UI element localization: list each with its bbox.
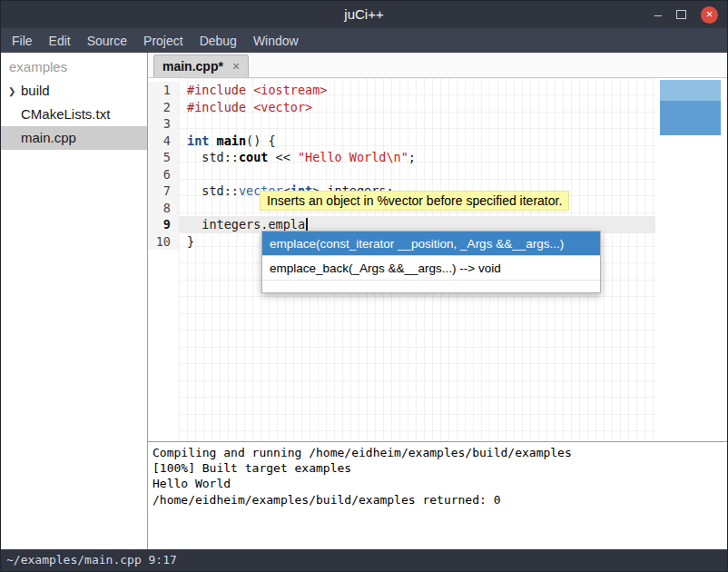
code-line-content: [179, 115, 655, 133]
code-token: <vector>: [253, 100, 312, 114]
code-token: <<: [268, 150, 298, 164]
jucipp-window: juCi++ – × FileEditSourceProjectDebugWin…: [0, 0, 728, 572]
chevron-right-icon: ❯: [8, 80, 15, 104]
code-area[interactable]: 1#include <iostream>2#include <vector>34…: [148, 82, 727, 250]
completion-item[interactable]: emplace_back(_Args &&__args...) --> void: [262, 256, 600, 281]
code-line[interactable]: 2#include <vector>: [148, 99, 655, 116]
menu-item-edit[interactable]: Edit: [41, 30, 79, 52]
output-panel: Compiling and running /home/eidheim/exam…: [148, 442, 727, 549]
minimize-icon[interactable]: –: [654, 6, 662, 23]
code-token: #include: [187, 83, 246, 97]
tabbar: main.cpp* ×: [148, 53, 727, 78]
sidebar-item-main-cpp[interactable]: main.cpp: [1, 126, 147, 150]
line-number: 5: [148, 149, 179, 166]
menubar: FileEditSourceProjectDebugWindow: [1, 28, 727, 53]
code-line-content: #include <iostream>: [179, 82, 655, 99]
completion-popup: emplace(const_iterator __position, _Args…: [261, 231, 601, 293]
line-number: 2: [148, 99, 179, 116]
code-token: cout: [239, 150, 269, 164]
tab-label: main.cpp*: [162, 59, 223, 74]
sidebar-header: examples: [1, 53, 147, 79]
titlebar: juCi++ – ×: [1, 1, 727, 28]
code-token: "Hello World\n": [298, 150, 408, 164]
window-controls: – ×: [654, 1, 718, 28]
code-line[interactable]: 1#include <iostream>: [148, 82, 655, 99]
code-line-content: int main() {: [179, 133, 655, 150]
main-area: examples ❯buildCMakeLists.txtmain.cpp ma…: [1, 53, 727, 549]
code-line-content: std::cout << "Hello World\n";: [179, 149, 655, 166]
editor-pane: main.cpp* × 1#include <iostream>2#includ…: [148, 53, 727, 549]
code-token: <iostream>: [253, 83, 327, 97]
code-token: std::: [187, 150, 239, 164]
line-number: 9: [148, 216, 179, 233]
code-line[interactable]: 6: [148, 166, 655, 183]
code-line-content: #include <vector>: [179, 99, 655, 116]
line-number: 8: [148, 200, 179, 217]
code-line[interactable]: 3: [148, 115, 655, 133]
sidebar: examples ❯buildCMakeLists.txtmain.cpp: [1, 53, 148, 549]
sidebar-item-build[interactable]: ❯build: [1, 79, 147, 103]
close-icon[interactable]: ×: [701, 6, 718, 24]
tab-close-icon[interactable]: ×: [232, 60, 240, 73]
output-line: Hello World: [152, 476, 723, 491]
menu-item-source[interactable]: Source: [79, 30, 135, 52]
scrollbar-thumb: [660, 101, 721, 135]
output-line: [100%] Built target examples: [152, 460, 723, 476]
code-token: [246, 100, 253, 114]
line-number: 7: [148, 182, 179, 200]
status-file-position: ~/examples/main.cpp 9:17: [6, 553, 177, 567]
sidebar-item-cmakelists-txt[interactable]: CMakeLists.txt: [1, 103, 147, 126]
menu-item-project[interactable]: Project: [135, 30, 192, 52]
code-token: }: [187, 234, 194, 249]
code-token: ;: [408, 150, 416, 164]
line-number: 6: [148, 166, 179, 183]
output-line: /home/eidheim/examples/build/examples re…: [152, 492, 723, 508]
menu-item-file[interactable]: File: [4, 30, 41, 52]
completion-item[interactable]: emplace(const_iterator __position, _Args…: [262, 232, 600, 256]
code-token: () {: [246, 133, 276, 148]
window-title: juCi++: [1, 1, 727, 28]
sidebar-item-label: build: [21, 83, 50, 98]
code-token: std::: [187, 183, 239, 198]
code-token: integers.empla: [187, 217, 305, 232]
restore-icon[interactable]: [676, 10, 686, 19]
text-cursor: [306, 218, 308, 231]
sidebar-item-label: CMakeLists.txt: [21, 106, 110, 122]
line-number: 10: [148, 233, 179, 251]
line-number: 4: [148, 133, 179, 150]
file-tree: ❯buildCMakeLists.txtmain.cpp: [1, 79, 147, 150]
code-line[interactable]: 4int main() {: [148, 133, 655, 150]
code-token: [246, 83, 253, 97]
completion-doc-tooltip: Inserts an object in %vector before spec…: [260, 191, 569, 211]
tab-main-cpp[interactable]: main.cpp* ×: [153, 54, 249, 77]
scrollbar-thumb-light: [660, 80, 721, 101]
code-token: #include: [187, 100, 246, 114]
line-number: 1: [148, 82, 179, 99]
code-token: int: [187, 133, 209, 148]
statusbar: ~/examples/main.cpp 9:17: [1, 549, 727, 571]
menu-item-debug[interactable]: Debug: [192, 30, 245, 52]
editor-scrollbar[interactable]: [660, 80, 721, 135]
code-token: [209, 133, 216, 148]
menu-item-window[interactable]: Window: [245, 30, 307, 52]
line-number: 3: [148, 115, 179, 133]
code-line-content: [179, 166, 655, 183]
output-line: Compiling and running /home/eidheim/exam…: [152, 445, 723, 460]
code-token: main: [217, 133, 247, 148]
code-line[interactable]: 5 std::cout << "Hello World\n";: [148, 149, 655, 166]
code-editor[interactable]: 1#include <iostream>2#include <vector>34…: [148, 78, 727, 442]
sidebar-item-label: main.cpp: [21, 130, 76, 145]
